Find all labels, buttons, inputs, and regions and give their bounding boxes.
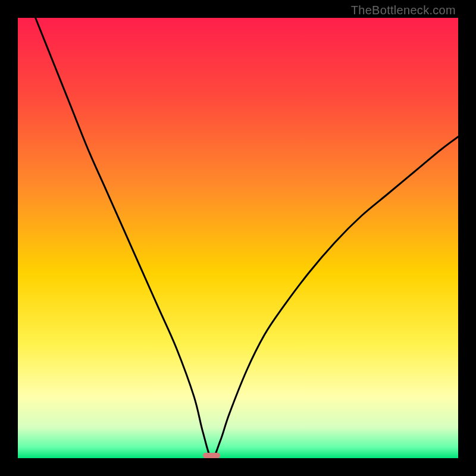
watermark-text: TheBottleneck.com [351,4,456,17]
bottleneck-curve [18,18,458,458]
chart-frame: TheBottleneck.com [0,0,476,476]
optimum-marker [203,453,221,458]
plot-area [18,18,458,458]
